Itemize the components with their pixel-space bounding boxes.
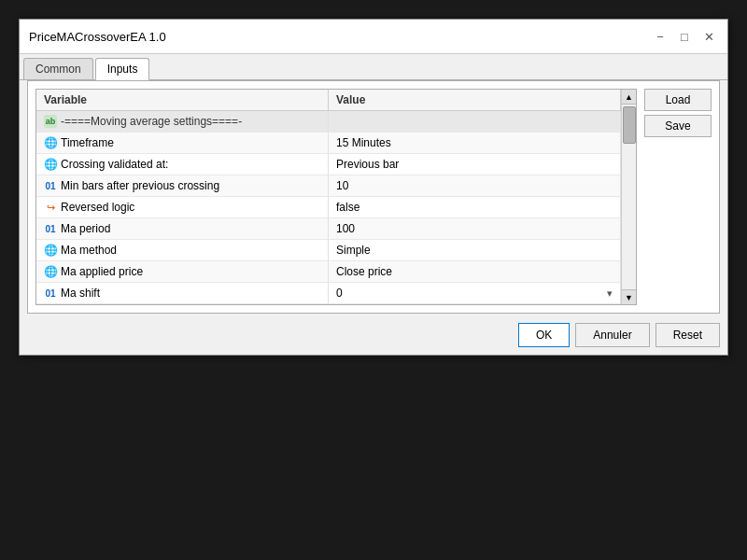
table-row: ab -====Moving average settings====-: [36, 111, 621, 133]
cell-variable-0: ab -====Moving average settings====-: [36, 111, 329, 132]
scroll-up-button[interactable]: ▲: [622, 90, 636, 105]
table-row[interactable]: 🌐 Ma applied price Close price: [36, 261, 621, 283]
scroll-down-arrow-icon: ▾: [607, 287, 613, 300]
load-button[interactable]: Load: [644, 89, 712, 111]
reset-button[interactable]: Reset: [655, 323, 720, 347]
window-controls: − □ ✕: [651, 27, 718, 46]
main-content: Variable Value ab -====Moving average se…: [27, 80, 720, 314]
table-row[interactable]: 🌐 Crossing validated at: Previous bar: [36, 154, 621, 175]
table-row[interactable]: 01 Min bars after previous crossing 10: [36, 175, 621, 197]
globe-icon: 🌐: [44, 136, 57, 149]
close-button[interactable]: ✕: [699, 27, 718, 46]
scrollbar[interactable]: ▲ ▼: [621, 90, 636, 304]
arrow-icon: ↪: [44, 201, 57, 214]
save-button[interactable]: Save: [644, 115, 712, 137]
footer: OK Annuler Reset: [20, 314, 727, 355]
side-buttons-panel: Load Save: [644, 89, 712, 305]
globe-icon: 🌐: [44, 244, 57, 257]
cell-variable-2: 🌐 Crossing validated at:: [36, 154, 329, 175]
cell-value-3: 10: [329, 175, 621, 196]
cell-value-1: 15 Minutes: [329, 133, 621, 153]
number-icon: 01: [44, 287, 57, 300]
cell-value-8: 0 ▾: [329, 283, 621, 303]
cell-value-2: Previous bar: [329, 154, 621, 175]
tab-bar: Common Inputs: [20, 54, 727, 80]
cell-variable-5: 01 Ma period: [36, 218, 329, 239]
table-row[interactable]: 🌐 Ma method Simple: [36, 240, 621, 261]
annuler-button[interactable]: Annuler: [575, 323, 649, 347]
tab-common[interactable]: Common: [23, 58, 93, 79]
cell-variable-4: ↪ Reversed logic: [36, 197, 329, 217]
tab-inputs[interactable]: Inputs: [95, 58, 150, 80]
cell-variable-7: 🌐 Ma applied price: [36, 261, 329, 282]
cell-variable-3: 01 Min bars after previous crossing: [36, 175, 329, 196]
table-row[interactable]: 01 Ma shift 0 ▾: [36, 283, 621, 304]
maximize-button[interactable]: □: [675, 27, 694, 46]
table-wrapper: Variable Value ab -====Moving average se…: [35, 89, 637, 305]
cell-variable-6: 🌐 Ma method: [36, 240, 329, 260]
number-icon: 01: [44, 222, 57, 235]
cell-variable-8: 01 Ma shift: [36, 283, 329, 303]
table-main: Variable Value ab -====Moving average se…: [36, 90, 621, 304]
globe-icon: 🌐: [44, 158, 57, 171]
main-window: PriceMACrossoverEA 1.0 − □ ✕ Common Inpu…: [19, 19, 728, 356]
ok-button[interactable]: OK: [518, 323, 570, 347]
cell-value-0: [329, 111, 621, 132]
column-header-value: Value: [329, 90, 621, 110]
table-row[interactable]: ↪ Reversed logic false: [36, 197, 621, 218]
globe-icon: 🌐: [44, 265, 57, 278]
table-row[interactable]: 🌐 Timeframe 15 Minutes: [36, 133, 621, 154]
window-title: PriceMACrossoverEA 1.0: [29, 30, 166, 44]
cell-value-7: Close price: [329, 261, 621, 282]
column-header-variable: Variable: [36, 90, 329, 110]
scroll-thumb[interactable]: [623, 106, 636, 144]
cell-value-4: false: [329, 197, 621, 217]
table-body[interactable]: ab -====Moving average settings====- 🌐: [36, 111, 621, 304]
table-row[interactable]: 01 Ma period 100: [36, 218, 621, 240]
number-icon: 01: [44, 179, 57, 192]
cell-variable-1: 🌐 Timeframe: [36, 133, 329, 153]
table-header: Variable Value: [36, 90, 621, 111]
cell-value-6: Simple: [329, 240, 621, 260]
title-bar: PriceMACrossoverEA 1.0 − □ ✕: [20, 20, 727, 54]
cell-value-5: 100: [329, 218, 621, 239]
scroll-down-button[interactable]: ▼: [622, 289, 636, 304]
minimize-button[interactable]: −: [651, 27, 669, 46]
ab-icon: ab: [44, 115, 57, 128]
table-container: Variable Value ab -====Moving average se…: [35, 89, 637, 305]
scroll-track: [622, 105, 636, 289]
